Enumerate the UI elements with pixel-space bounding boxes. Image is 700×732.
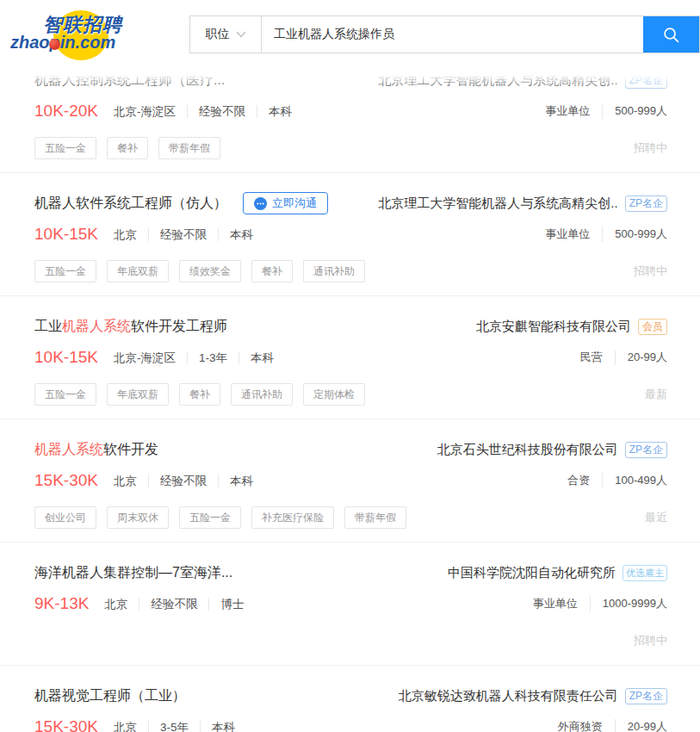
job-meta-item: 经验不限 — [148, 228, 218, 241]
job-meta: 北京经验不限本科 — [114, 228, 264, 241]
employer-type: 事业单位 — [533, 596, 578, 611]
job-tag: 餐补 — [251, 260, 293, 282]
job-title-keyword: 机器人系统 — [34, 442, 103, 456]
job-title-link[interactable]: 工业机器人系统软件开发工程师 — [34, 318, 227, 336]
search-button[interactable] — [643, 16, 699, 53]
job-meta-item: 本科 — [257, 105, 303, 118]
job-salary: 9K-13K — [34, 594, 89, 613]
job-tag: 绩效奖金 — [179, 260, 241, 282]
company-link[interactable]: 北京石头世纪科技股份有限公司 — [437, 442, 618, 458]
job-meta-item: 北京 — [104, 598, 139, 611]
job-status: 招聘中 — [634, 633, 667, 648]
job-meta-item: 本科 — [218, 475, 264, 487]
job-salary: 10K-15K — [34, 348, 98, 367]
job-status: 招聘中 — [634, 140, 667, 156]
job-meta: 北京-海淀区经验不限本科 — [114, 105, 303, 118]
job-meta-item: 经验不限 — [148, 475, 218, 487]
job-tag: 带薪年假 — [344, 506, 406, 529]
job-card: 机器视觉工程师（工业） 北京敏锐达致机器人科技有限责任公司 ZP名企 15K-3… — [0, 666, 700, 732]
employer-type: 外商独资 — [558, 719, 603, 732]
company-size: 1000-9999人 — [590, 596, 667, 611]
chevron-down-icon — [236, 31, 246, 38]
search-input[interactable] — [262, 16, 643, 53]
company-badge: ZP名企 — [625, 442, 667, 458]
job-meta-item: 本科 — [218, 228, 264, 241]
logo-brand-text: 智联招聘 — [43, 12, 122, 38]
chat-button-label: 立即沟通 — [272, 195, 317, 211]
job-meta: 北京-海淀区1-3年本科 — [114, 351, 285, 364]
job-meta-item: 北京 — [114, 228, 148, 241]
page: 机器人控制系统工程师（医疗... 北京理工大学智能机器人与系统高精尖创.. ZP… — [0, 0, 700, 732]
job-tag: 五险一金 — [179, 506, 241, 529]
job-meta-item: 本科 — [200, 721, 246, 732]
job-tag: 年底双薪 — [107, 383, 169, 406]
job-meta: 北京经验不限本科 — [114, 475, 264, 487]
job-tag: 通讯补助 — [303, 260, 365, 282]
job-card: 机器人软件系统工程师（仿人） 立即沟通 北京理工大学智能机器人与系统高精尖创..… — [0, 173, 700, 296]
job-title-text: 软件开发 — [103, 442, 158, 456]
job-tag: 定期体检 — [303, 383, 365, 406]
job-title-text: 工业 — [34, 319, 62, 333]
job-title-link[interactable]: 机器人软件系统工程师（仿人） — [34, 195, 227, 213]
logo-red-dot — [49, 39, 60, 50]
job-status: 最近 — [645, 510, 667, 525]
company-link[interactable]: 北京理工大学智能机器人与系统高精尖创.. — [378, 195, 617, 212]
job-title-link[interactable]: 机器视觉工程师（工业） — [34, 687, 186, 705]
job-tags: 五险一金餐补带薪年假 — [34, 137, 220, 159]
search-icon — [661, 25, 681, 45]
chat-button[interactable]: 立即沟通 — [243, 192, 328, 214]
employer-type: 民营 — [580, 350, 603, 365]
job-tag: 五险一金 — [34, 383, 96, 406]
job-tag: 五险一金 — [34, 137, 96, 159]
job-tag: 餐补 — [107, 137, 148, 159]
job-list: 机器人控制系统工程师（医疗... 北京理工大学智能机器人与系统高精尖创.. ZP… — [0, 50, 700, 732]
job-tag: 五险一金 — [34, 260, 96, 282]
company-badge: 优选雇主 — [623, 565, 667, 581]
job-meta-item: 北京-海淀区 — [114, 351, 187, 364]
company-link[interactable]: 中国科学院沈阳自动化研究所 — [448, 565, 616, 581]
job-tag: 带薪年假 — [158, 137, 220, 159]
company-badge: ZP名企 — [625, 688, 667, 704]
company-link[interactable]: 北京敏锐达致机器人科技有限责任公司 — [399, 688, 618, 704]
job-salary: 10K-15K — [34, 225, 98, 244]
job-status: 招聘中 — [634, 264, 667, 279]
job-tags: 创业公司周末双休五险一金补充医疗保险带薪年假 — [34, 506, 406, 529]
job-tag: 餐补 — [179, 383, 220, 406]
job-tag: 创业公司 — [34, 506, 96, 529]
job-meta-item: 3-5年 — [148, 721, 200, 732]
company-size: 100-499人 — [602, 473, 667, 488]
search-category-select[interactable]: 职位 — [190, 16, 262, 53]
company-size: 20-99人 — [615, 350, 667, 365]
company-link[interactable]: 北京安麒智能科技有限公司 — [476, 319, 631, 335]
job-status: 最新 — [645, 387, 667, 402]
job-meta-item: 本科 — [238, 351, 285, 364]
company-size: 500-999人 — [602, 103, 667, 119]
job-meta-item: 北京-海淀区 — [114, 105, 187, 118]
job-meta: 北京经验不限博士 — [104, 598, 255, 611]
job-title-keyword: 机器人系统 — [62, 319, 131, 333]
company-size: 20-99人 — [615, 719, 667, 732]
job-card: 机器人系统软件开发 北京石头世纪科技股份有限公司 ZP名企 15K-30K 北京… — [0, 419, 700, 543]
employer-type: 事业单位 — [545, 103, 590, 119]
employer-type: 合资 — [567, 473, 590, 488]
job-meta-item: 经验不限 — [187, 105, 257, 118]
company-badge: 会员 — [638, 319, 667, 335]
search-bar: 职位 — [189, 16, 700, 53]
job-title-link[interactable]: 机器人系统软件开发 — [34, 441, 158, 459]
job-tag: 通讯补助 — [231, 383, 293, 406]
job-meta: 北京3-5年本科 — [114, 721, 246, 732]
job-salary: 15K-30K — [34, 471, 98, 490]
zhaopin-logo[interactable]: zhaopin.com 智联招聘 — [9, 10, 146, 65]
job-tag: 年底双薪 — [107, 260, 169, 282]
header: zhaopin.com 智联招聘 职位 — [0, 0, 700, 76]
search-category-label: 职位 — [206, 27, 230, 42]
job-meta-item: 北京 — [114, 721, 148, 732]
job-tag: 周末双休 — [107, 506, 169, 529]
job-title-text: 软件开发工程师 — [131, 319, 227, 333]
job-tags: 五险一金年底双薪绩效奖金餐补通讯补助 — [34, 260, 365, 282]
job-title-text: 机器人软件系统工程师（仿人） — [34, 195, 227, 210]
job-card: 工业机器人系统软件开发工程师 北京安麒智能科技有限公司 会员 10K-15K 北… — [0, 296, 700, 419]
job-salary: 10K-20K — [34, 102, 98, 121]
job-tag: 补充医疗保险 — [251, 506, 334, 529]
job-title-link[interactable]: 海洋机器人集群控制—7室海洋... — [34, 564, 232, 582]
